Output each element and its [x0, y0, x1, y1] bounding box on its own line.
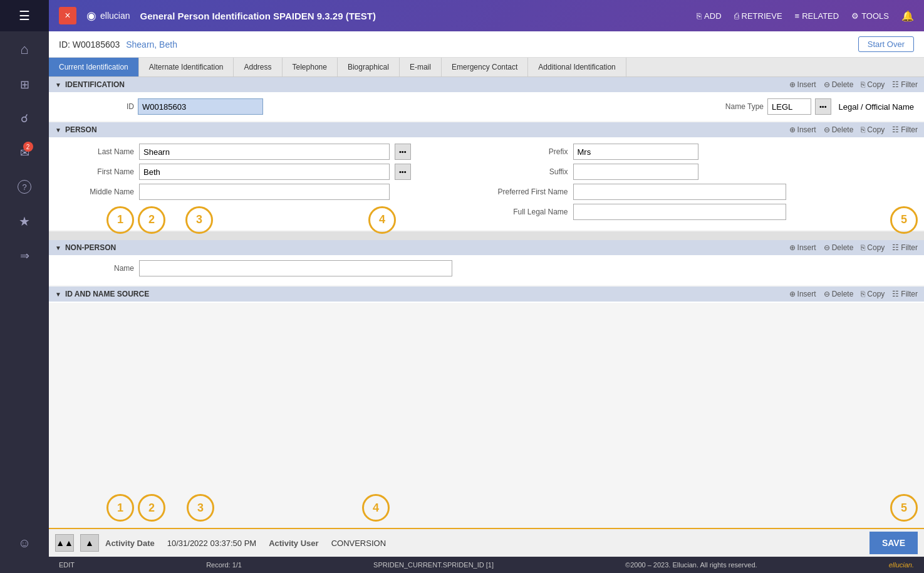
inbox-badge: 2: [23, 142, 33, 152]
main-content: × ◉ ellucian General Person Identificati…: [49, 0, 924, 573]
first-name-input[interactable]: [139, 164, 390, 180]
person-delete-button[interactable]: ⊖ Delete: [824, 125, 854, 134]
identification-filter-button[interactable]: ☷ Filter: [892, 80, 918, 89]
non-person-delete-button[interactable]: ⊖ Delete: [824, 243, 854, 252]
id-name-source-filter-icon: ☷: [892, 290, 899, 298]
content-area: ▼ IDENTIFICATION ⊕ Insert ⊖ Delete ⎘ Cop…: [49, 77, 924, 303]
circle-ann-4: 4: [362, 494, 390, 522]
sidebar-item-favorites[interactable]: ★: [0, 204, 49, 239]
identification-section-header[interactable]: ▼ IDENTIFICATION ⊕ Insert ⊖ Delete ⎘ Cop…: [49, 77, 924, 92]
nav-first-button[interactable]: ▲▲: [55, 534, 74, 552]
id-name-source-section-header[interactable]: ▼ ID AND NAME SOURCE ⊕ Insert ⊖ Delete ⎘…: [49, 286, 924, 302]
preferred-first-name-input[interactable]: [573, 184, 786, 200]
home-icon: ⌂: [20, 41, 28, 58]
tools-icon: ⚙: [851, 11, 859, 21]
retrieve-icon: ⎙: [734, 11, 739, 21]
id-name-source-delete-button[interactable]: ⊖ Delete: [824, 290, 854, 298]
tab-biographical[interactable]: Biographical: [338, 58, 400, 76]
hamburger-icon: ☰: [19, 8, 30, 23]
related-button[interactable]: ≡ RELATED: [795, 11, 839, 21]
copy-icon: ⎘: [861, 80, 865, 89]
person-section-title: PERSON: [65, 125, 97, 134]
id-value: W00185603: [73, 39, 120, 50]
person-plus-icon: ⊕: [789, 125, 796, 134]
non-person-insert-button[interactable]: ⊕ Insert: [789, 243, 816, 252]
retrieve-button[interactable]: ⎙ RETRIEVE: [734, 11, 782, 21]
non-person-chevron-icon: ▼: [55, 244, 61, 251]
tab-address[interactable]: Address: [234, 58, 282, 76]
identification-delete-button[interactable]: ⊖ Delete: [824, 80, 854, 89]
brand-name: ellucian.: [889, 561, 914, 569]
sidebar-item-home[interactable]: ⌂: [0, 31, 49, 68]
id-name-source-section-actions: ⊕ Insert ⊖ Delete ⎘ Copy ☷ Filter: [789, 290, 918, 298]
name-type-label: Name Type: [688, 102, 764, 111]
copyright: ©2000 – 2023. Ellucian. All rights reser…: [625, 561, 757, 569]
person-copy-button[interactable]: ⎘ Copy: [861, 125, 885, 134]
add-button[interactable]: ⎘ ADD: [697, 11, 721, 21]
identification-copy-button[interactable]: ⎘ Copy: [861, 80, 885, 89]
id-name-source-filter-button[interactable]: ☷ Filter: [892, 290, 918, 298]
app-title: General Person Identification SPAIDEN 9.…: [140, 11, 687, 21]
circle-ann-2: 2: [138, 494, 165, 522]
tab-alternate-identification[interactable]: Alternate Identification: [139, 58, 234, 76]
start-over-button[interactable]: Start Over: [858, 36, 914, 52]
first-name-lookup-button[interactable]: •••: [395, 164, 411, 180]
suffix-input[interactable]: [573, 164, 698, 180]
sidebar-item-grid[interactable]: ⊞: [0, 68, 49, 102]
identification-insert-button[interactable]: ⊕ Insert: [789, 80, 816, 89]
last-name-input[interactable]: [139, 144, 390, 160]
tab-additional-identification[interactable]: Additional Identification: [528, 58, 626, 76]
name-type-lookup-button[interactable]: •••: [815, 98, 831, 115]
sidebar-item-help[interactable]: ?: [0, 170, 49, 204]
id-label: ID:: [59, 39, 70, 50]
sidebar-item-user[interactable]: ☺: [0, 526, 49, 560]
id-name-source-plus-icon: ⊕: [789, 290, 796, 298]
sidebar-item-inbox[interactable]: ✉ 2: [0, 135, 49, 170]
non-person-copy-button[interactable]: ⎘ Copy: [861, 243, 885, 252]
close-button[interactable]: ×: [59, 7, 76, 24]
sidebar-menu-toggle[interactable]: ☰: [0, 0, 49, 31]
tab-current-identification[interactable]: Current Identification: [49, 58, 139, 76]
search-icon: ☌: [21, 112, 28, 125]
notification-button[interactable]: 🔔: [901, 10, 914, 22]
non-person-section-title: NON-PERSON: [65, 243, 116, 252]
export-icon: ⇒: [20, 249, 29, 263]
person-insert-button[interactable]: ⊕ Insert: [789, 125, 816, 134]
non-person-filter-button[interactable]: ☷ Filter: [892, 243, 918, 252]
tab-telephone[interactable]: Telephone: [283, 58, 338, 76]
non-person-section-header[interactable]: ▼ NON-PERSON ⊕ Insert ⊖ Delete ⎘ Copy: [49, 240, 924, 255]
sidebar-item-export[interactable]: ⇒: [0, 239, 49, 273]
annotation-1: 1: [106, 206, 134, 234]
last-name-lookup-button[interactable]: •••: [395, 144, 411, 160]
non-person-copy-icon: ⎘: [861, 243, 865, 252]
nav-prev-button[interactable]: ▲: [80, 534, 99, 552]
activity-user-value: CONVERSION: [331, 539, 386, 548]
circle-ann-1: 1: [106, 494, 134, 522]
id-field-label: ID: [59, 102, 134, 111]
id-field-group: ID: [59, 98, 263, 115]
full-legal-name-input[interactable]: [573, 204, 786, 220]
tab-email[interactable]: E-mail: [400, 58, 442, 76]
tools-button[interactable]: ⚙ TOOLS: [851, 11, 889, 21]
person-section-header[interactable]: ▼ PERSON ⊕ Insert ⊖ Delete ⎘ Copy: [49, 122, 924, 137]
save-button[interactable]: SAVE: [869, 532, 918, 554]
record-bar: ID: W00185603 Shearn, Beth Start Over: [49, 31, 924, 58]
identification-section-actions: ⊕ Insert ⊖ Delete ⎘ Copy ☷ Filter: [789, 80, 918, 89]
non-person-name-input[interactable]: [139, 260, 452, 276]
id-name-source-copy-button[interactable]: ⎘ Copy: [861, 290, 885, 298]
sidebar-item-search[interactable]: ☌: [0, 102, 49, 135]
person-filter-button[interactable]: ☷ Filter: [892, 125, 918, 134]
non-person-delete-icon: ⊖: [824, 243, 830, 252]
middle-name-row: Middle Name: [59, 184, 480, 200]
id-input[interactable]: [138, 98, 263, 115]
non-person-name-label: Name: [59, 264, 134, 273]
id-name-source-insert-button[interactable]: ⊕ Insert: [789, 290, 816, 298]
tab-emergency-contact[interactable]: Emergency Contact: [442, 58, 528, 76]
horizontal-scrollbar[interactable]: [49, 231, 924, 240]
non-person-section: ▼ NON-PERSON ⊕ Insert ⊖ Delete ⎘ Copy: [49, 240, 924, 285]
name-type-input[interactable]: [767, 98, 811, 115]
prefix-input[interactable]: [573, 144, 698, 160]
middle-name-input[interactable]: [139, 184, 390, 200]
identification-section: ▼ IDENTIFICATION ⊕ Insert ⊖ Delete ⎘ Cop…: [49, 77, 924, 121]
non-person-plus-icon: ⊕: [789, 243, 796, 252]
